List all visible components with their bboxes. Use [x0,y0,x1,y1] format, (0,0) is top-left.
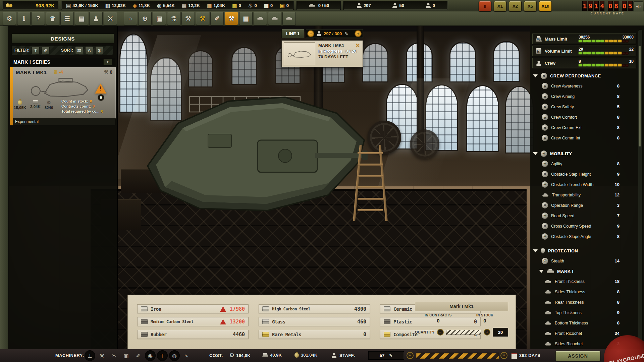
filter-type-button[interactable]: T [32,46,40,54]
tank-stock-display[interactable]: 0 / 50 [297,1,341,10]
prototyping-button[interactable]: ✐ [210,12,224,25]
material-name: High Carbon Steel [272,307,351,311]
help-button[interactable]: ? [32,12,45,25]
decrease-quantity-button[interactable]: − [437,329,444,336]
staff-capacity-slider[interactable] [416,353,499,359]
crew-comm-ext-icon: ☻ [542,124,548,131]
cancel-order-button[interactable]: ✕ [356,42,360,49]
assign-button[interactable]: ASSIGN [555,351,600,361]
staff-count-input[interactable]: 57 ✎ [368,351,404,360]
speed-x1-button[interactable]: X1 [494,1,506,11]
material-row-iron[interactable]: Iron ! 17980 [137,304,249,313]
edit-staff-icon[interactable]: ✎ [344,31,348,36]
stat-value: 3 [617,203,620,208]
collapse-icon[interactable] [539,270,544,273]
collapse-series-button[interactable]: ▼ [103,59,112,65]
edit-pencil-icon[interactable]: ✎ [389,353,392,358]
paint-machine-icon[interactable]: ✐ [133,350,144,361]
speed-x2-button[interactable]: X2 [509,1,522,11]
material-value: 4800 [354,306,366,312]
cutter-machine-icon[interactable]: ✂ [109,350,119,361]
collapse-icon[interactable] [533,74,538,77]
scientists-count[interactable]: 0 [426,3,435,8]
material-row-rare-metals[interactable]: Rare Metals 0 [259,330,370,339]
resource-gold[interactable]: ▨0 [232,3,241,8]
info-button[interactable]: ℹ [17,12,31,25]
money-display[interactable]: 908,92K [2,1,58,10]
production-button[interactable]: ⚒ [225,12,238,25]
sort-weight-button[interactable]: ⚖ [75,46,83,54]
reports-button[interactable]: ▤ [75,12,88,25]
decrease-staff-button[interactable]: − [407,352,414,359]
engineers-count[interactable]: 50 [392,3,404,8]
upgrades-button[interactable]: ⚒ [196,12,209,25]
resource-steel[interactable]: ▤42,6K / 150K [66,3,98,8]
resource-pipes[interactable]: ▥12,02K [105,3,126,8]
mass-limit-gauge[interactable]: Kg Mass Limit 3025633000 [532,34,636,44]
material-row-glass[interactable]: Glass 460 [259,317,370,326]
sort-label: SORT: [61,48,73,53]
world-market-button[interactable]: ⊕ [138,12,152,25]
volume-limit-gauge[interactable]: ◱ Volume Limit 2022 [532,46,636,56]
pause-button[interactable]: II [479,1,491,11]
furnace-machine-icon[interactable]: ▣ [121,350,131,361]
tank-armor-button[interactable] [268,12,281,25]
workers-count[interactable]: 297 [357,3,371,8]
press-machine-icon[interactable]: ⊥ [85,350,95,361]
intelligence-button[interactable]: ♟ [89,12,103,25]
resource-fuel[interactable]: ◈11,8K [133,3,150,8]
speed-x10-button[interactable]: X10 [539,1,552,11]
collapse-icon[interactable] [533,152,538,155]
sound-button[interactable]: ◄» [633,1,643,11]
crane-machine-icon[interactable]: ⚒ [97,350,107,361]
tank-ideas-button[interactable] [282,12,296,25]
series-header[interactable]: MARK I SERIES ▼ [10,58,115,66]
material-row-medium-carbon-steel[interactable]: Medium Carbon Steel ! 13200 [137,317,249,326]
forge-machine-icon[interactable]: ∿ [181,350,192,361]
engines-button[interactable]: ▦ [239,12,253,25]
research-button[interactable]: ⚗ [167,12,180,25]
news-button[interactable]: ☰ [60,12,74,25]
section-title: PROTECTION [548,248,578,253]
sort-alpha-button[interactable]: A [85,46,93,54]
resource-wire[interactable]: ◎5,54K [157,3,175,8]
section-mobility[interactable]: ✳ MOBILITY [530,148,637,159]
resource-planks[interactable]: ▧1,04K [207,3,225,8]
material-row-high-carbon-steel[interactable]: High Carbon Steel 4800 [259,304,370,313]
resource-coal[interactable]: ♨0 [248,3,257,8]
production-order-card[interactable]: MARK I MK1 In Progress 0 / 20 70 DAYS LE… [281,40,363,67]
section-crew-performance[interactable]: ☻ CREW PERFORMANCE [530,71,637,81]
achievements-button[interactable]: ♛ [46,12,59,25]
factory-button[interactable]: ⌂ [124,12,137,25]
sort-price-button[interactable]: $ [95,46,103,54]
stats-scrollbar[interactable] [638,29,643,347]
add-staff-button[interactable]: + [355,30,362,37]
quantity-slider[interactable] [446,330,481,335]
workshop-button[interactable]: ⚒ [181,12,195,25]
resource-armor[interactable]: ▣0 [280,3,289,8]
design-card-mark1mk1[interactable]: MARK I MK1 ♛ -4 ⚒ 0 ! 9 [10,67,116,119]
piston-machine-icon[interactable]: ◉ [145,350,156,361]
remove-staff-button[interactable]: − [307,30,314,37]
filter-blueprint-button[interactable]: ✐ [42,46,50,54]
tank-designs-button[interactable] [254,12,267,25]
crew-gauge[interactable]: Crew 810 [532,58,636,68]
speed-x5-button[interactable]: X5 [524,1,537,11]
collapse-icon[interactable] [533,249,538,252]
drill-machine-icon[interactable]: ⊤ [157,350,168,361]
saw-machine-icon[interactable]: ◍ [169,350,180,361]
scrollbar-thumb[interactable] [639,46,641,146]
settings-button[interactable]: ⚙ [3,12,16,25]
material-row-rubber[interactable]: Rubber 4460 [137,330,249,339]
contracts-button[interactable]: ▣ [153,12,166,25]
sides-thickness-icon [545,290,551,294]
stat-value: 34 [615,331,620,336]
military-button[interactable]: ⚔ [104,12,117,25]
section-mark-i[interactable]: MARK I [530,266,637,276]
increase-staff-button[interactable]: + [500,352,507,359]
resource-tracks[interactable]: ▦12,2K [182,3,200,8]
section-protection[interactable]: PROTECTION [530,246,637,256]
resource-paper[interactable]: ▩0 [264,3,273,8]
increase-quantity-button[interactable]: + [484,329,490,336]
resource-value: 12,02K [112,3,126,8]
